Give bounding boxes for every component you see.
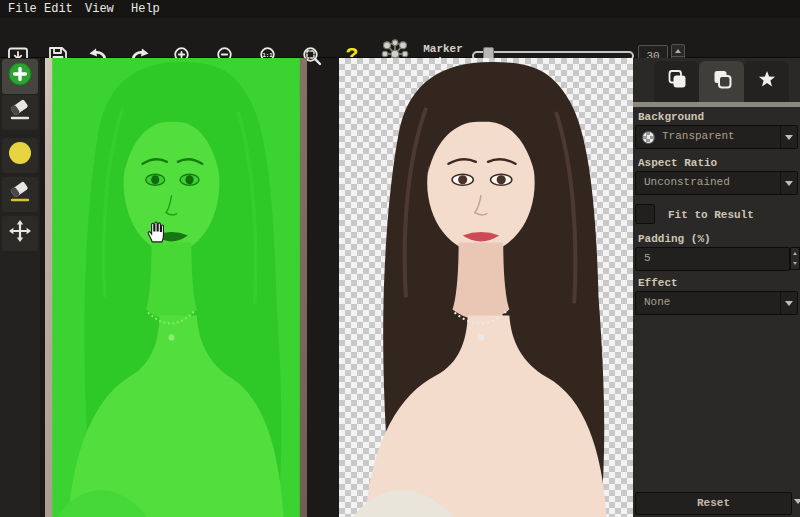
marker-size-step-up[interactable] (672, 45, 684, 56)
menu-help[interactable]: Help (131, 2, 160, 16)
reset-button[interactable]: Reset (635, 492, 792, 515)
eraser-yellow-icon (8, 180, 32, 209)
tab-layers-filled[interactable] (654, 61, 699, 102)
aspect-ratio-label: Aspect Ratio (638, 157, 717, 169)
yellow-circle-icon (7, 140, 33, 171)
chevron-down-icon (785, 181, 793, 186)
add-background-marker-tool[interactable] (2, 138, 38, 173)
masked-portrait-graphic (45, 58, 307, 517)
background-dropdown-value: Transparent (662, 130, 735, 142)
menu-bar: File Edit View Help (0, 0, 800, 18)
padding-value: 5 (644, 252, 651, 264)
source-image-with-mask[interactable] (45, 58, 307, 517)
pan-tool[interactable] (2, 216, 38, 251)
effect-dropdown[interactable]: None (635, 291, 798, 315)
effect-dropdown-value: None (644, 296, 670, 308)
svg-text:1:1: 1:1 (262, 52, 273, 58)
erase-background-marker-tool[interactable] (2, 177, 38, 212)
panel-separator (633, 102, 800, 107)
chevron-down-icon (785, 301, 793, 306)
menu-file[interactable]: File (8, 2, 37, 16)
chevron-up-icon (675, 49, 681, 53)
effect-dropdown-arrow[interactable] (780, 292, 797, 314)
menu-view[interactable]: View (85, 2, 114, 16)
erase-foreground-marker-tool[interactable] (2, 95, 38, 130)
padding-label: Padding (%) (638, 233, 711, 245)
menu-edit[interactable]: Edit (44, 2, 73, 16)
chevron-down-icon (793, 262, 797, 265)
fit-to-result-label: Fit to Result (668, 209, 754, 221)
aspect-ratio-dropdown-value: Unconstrained (644, 176, 730, 188)
result-image-transparent-background[interactable] (339, 58, 633, 517)
eraser-icon (8, 98, 32, 127)
layers-outline-icon (711, 68, 733, 95)
toolbar: 1:1 ? Marker Size 30 (0, 18, 800, 58)
reset-dropdown-arrow[interactable] (794, 499, 800, 504)
padding-step-up[interactable] (791, 248, 799, 258)
aspect-ratio-dropdown[interactable]: Unconstrained (635, 171, 798, 195)
star-icon (756, 68, 778, 95)
green-plus-circle-icon (7, 61, 33, 92)
chevron-down-icon (785, 135, 793, 140)
layers-filled-icon (666, 68, 688, 95)
tab-layers-outline[interactable] (699, 61, 744, 102)
fit-to-result-checkbox[interactable] (635, 204, 655, 224)
transparent-swatch-icon (642, 131, 655, 144)
add-foreground-marker-tool[interactable] (2, 59, 38, 94)
background-dropdown[interactable]: Transparent (635, 125, 798, 149)
background-label: Background (638, 111, 704, 123)
settings-panel: Background Transparent Aspect Ratio Unco… (633, 58, 800, 517)
effect-label: Effect (638, 277, 678, 289)
aspect-ratio-dropdown-arrow[interactable] (780, 172, 797, 194)
tool-sidebar (0, 58, 40, 517)
move-arrows-icon (8, 219, 32, 248)
image-matting-app-window: File Edit View Help 1:1 ? (0, 0, 800, 517)
padding-stepper (790, 247, 800, 270)
padding-input[interactable]: 5 (635, 247, 790, 271)
result-portrait-graphic (339, 58, 633, 517)
background-dropdown-arrow[interactable] (780, 126, 797, 148)
padding-step-down[interactable] (791, 258, 799, 268)
tab-favorites[interactable] (744, 61, 789, 102)
chevron-up-icon (793, 252, 797, 255)
